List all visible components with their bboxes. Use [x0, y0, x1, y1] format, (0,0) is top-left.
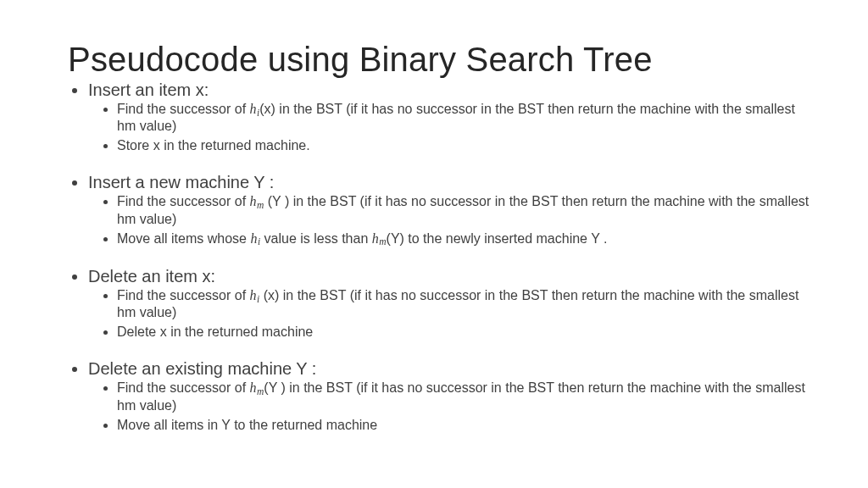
bullet-text: Store x in the returned machine. — [117, 138, 310, 152]
bullet-text: Find the successor of — [117, 288, 250, 302]
section-heading-text: Insert an item x: — [88, 80, 209, 99]
math-var: hi — [250, 231, 260, 246]
bullet-text: Find the successor of — [117, 194, 250, 208]
sub-bullet: Find the successor of hm (Y ) in the BST… — [117, 194, 817, 227]
section-heading: Insert a new machine Y :Find the success… — [88, 173, 817, 248]
sub-bullet: Find the successor of hi(x) in the BST (… — [117, 102, 817, 135]
section-heading-text: Delete an item x: — [88, 267, 215, 286]
sub-bullet: Store x in the returned machine. — [117, 138, 817, 154]
section-heading-text: Insert a new machine Y : — [88, 173, 274, 191]
math-var: hm — [250, 380, 264, 395]
sub-list: Find the successor of hi(x) in the BST (… — [88, 102, 817, 154]
bullet-text: value is less than — [260, 231, 372, 246]
bullet-text: (Y) to the newly inserted machine Y . — [387, 231, 608, 246]
bullet-text: Delete x in the returned machine — [117, 324, 313, 339]
slide-title: Pseudocode using Binary Search Tree — [68, 41, 817, 79]
bullet-text: Find the successor of — [117, 102, 250, 116]
section-heading-text: Delete an existing machine Y : — [88, 359, 316, 378]
bullet-text: Find the successor of — [117, 380, 250, 395]
bullet-text: Move all items whose — [117, 231, 250, 246]
sub-bullet: Move all items in Y to the returned mach… — [117, 418, 817, 434]
sub-list: Find the successor of hi (x) in the BST … — [88, 288, 817, 341]
sub-list: Find the successor of hm (Y ) in the BST… — [88, 194, 817, 248]
section-heading: Delete an item x:Find the successor of h… — [88, 267, 817, 341]
slide: Pseudocode using Binary Search Tree Inse… — [0, 0, 868, 488]
math-var: hi — [250, 288, 260, 302]
math-var: hm — [372, 231, 387, 246]
section-heading: Insert an item x:Find the successor of h… — [88, 80, 817, 154]
math-var: hi — [250, 102, 260, 116]
section-heading: Delete an existing machine Y : Find the … — [88, 359, 817, 433]
sub-bullet: Find the successor of hm(Y ) in the BST … — [117, 380, 817, 413]
math-var: hm — [250, 194, 264, 208]
sub-bullet: Delete x in the returned machine — [117, 324, 817, 341]
content-list: Insert an item x:Find the successor of h… — [68, 80, 817, 433]
sub-bullet: Find the successor of hi (x) in the BST … — [117, 288, 817, 321]
bullet-text: Move all items in Y to the returned mach… — [117, 418, 377, 432]
sub-list: Find the successor of hm(Y ) in the BST … — [88, 380, 817, 433]
sub-bullet: Move all items whose hi value is less th… — [117, 231, 817, 248]
